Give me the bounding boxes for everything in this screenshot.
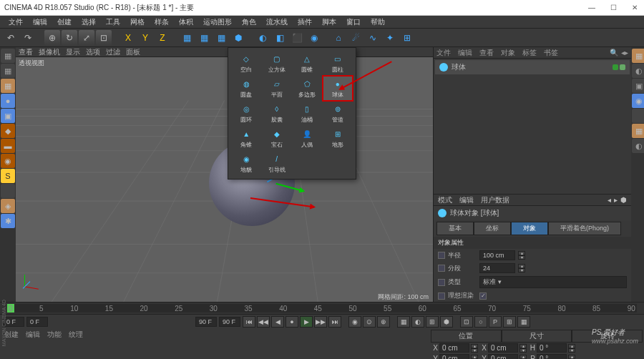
toolbar-btn-19[interactable]: ⬛ (289, 30, 305, 46)
pos-Y-field[interactable]: 0 cm (439, 354, 469, 359)
menu-文件[interactable]: 文件 (4, 16, 27, 28)
primitive-空白[interactable]: ◇空白 (231, 51, 262, 76)
transport-btn-0[interactable]: ⏮ (243, 316, 255, 328)
toolbar-btn-4[interactable]: ↻ (62, 30, 77, 46)
primitive-管道[interactable]: ⊚管道 (323, 101, 353, 126)
toolbar-btn-1[interactable]: ↷ (20, 30, 36, 46)
right-tool-5[interactable]: ▦ (632, 124, 644, 138)
right-tool-6[interactable]: ◐ (632, 139, 644, 153)
toolbar-btn-18[interactable]: ◧ (272, 30, 288, 46)
viewport[interactable]: 查看摄像机显示选项过滤面板 透视视图 (16, 47, 433, 302)
attr-menu-模式[interactable]: 模式 (438, 195, 452, 205)
transport-btn-6[interactable]: ⏭ (328, 316, 341, 328)
toolbar-btn-26[interactable]: ⊞ (399, 30, 415, 46)
transport-btn-14[interactable]: ⊞ (426, 316, 439, 328)
rot-X-field[interactable]: 0 ° (537, 343, 567, 353)
transport-btn-1[interactable]: ◀◀ (257, 316, 270, 328)
toolbar-btn-24[interactable]: ∿ (365, 30, 381, 46)
attr-menu-用户数据[interactable]: 用户数据 (481, 195, 509, 205)
prop-enable-checkbox[interactable] (438, 265, 445, 272)
right-tool-0[interactable]: ▦ (632, 49, 644, 63)
objmgr-menu-查看[interactable]: 查看 (479, 48, 494, 58)
left-tool-3[interactable]: ● (1, 94, 15, 108)
prop-enable-checkbox[interactable] (438, 279, 445, 286)
left-tool-10[interactable]: ◈ (1, 199, 15, 213)
left-tool-6[interactable]: ▬ (1, 139, 15, 153)
right-tool-4[interactable] (632, 109, 644, 123)
spin-down-icon[interactable]: ▾ (518, 268, 525, 272)
primitive-人偶[interactable]: 👤人偶 (292, 126, 323, 151)
view-menu-查看[interactable]: 查看 (19, 47, 33, 57)
primitive-圆盘[interactable]: ◍圆盘 (231, 76, 262, 101)
left-tool-11[interactable]: ✱ (1, 214, 15, 228)
transport-btn-10[interactable]: ⊕ (377, 316, 390, 328)
search-icon[interactable]: 🔍 (610, 49, 618, 56)
toolbar-btn-17[interactable]: ◐ (255, 30, 270, 46)
right-tool-2[interactable]: ▣ (632, 79, 644, 93)
rot-Y-field[interactable]: 0 ° (537, 354, 567, 359)
attr-tab-坐标[interactable]: 坐标 (474, 222, 511, 235)
prop-enable-checkbox[interactable] (438, 292, 445, 300)
view-menu-过滤[interactable]: 过滤 (106, 47, 120, 57)
toolbar-btn-15[interactable]: ⬢ (230, 30, 246, 46)
menu-网格[interactable]: 网格 (126, 16, 149, 28)
menu-帮助[interactable]: 帮助 (366, 16, 389, 28)
timeline[interactable]: 051015202530354045505560657075808590 (0, 303, 644, 314)
left-tool-2[interactable]: ▦ (1, 79, 15, 93)
transport-btn-8[interactable]: ◉ (348, 316, 361, 328)
menu-脚本[interactable]: 脚本 (318, 16, 341, 28)
nav-fwd-icon[interactable]: ▸ (614, 196, 618, 204)
material-menu-编辑[interactable]: 编辑 (26, 330, 40, 340)
arrow-icon[interactable]: ◂▸ (621, 49, 628, 56)
toolbar-btn-5[interactable]: ⤢ (79, 30, 94, 46)
primitive-立方体[interactable]: ▢立方体 (262, 51, 293, 76)
close-button[interactable]: ✕ (630, 4, 640, 11)
transport-btn-18[interactable]: ○ (474, 316, 487, 328)
primitive-角锥[interactable]: ▲角锥 (231, 126, 262, 151)
menu-样条[interactable]: 样条 (150, 16, 173, 28)
right-tool-1[interactable]: ◐ (632, 64, 644, 78)
primitive-平面[interactable]: ▱平面 (262, 76, 293, 101)
toolbar-btn-14[interactable]: ▦ (213, 30, 229, 46)
toolbar-btn-13[interactable]: ▦ (196, 30, 212, 46)
material-menu-功能[interactable]: 功能 (47, 330, 62, 340)
primitive-引导线[interactable]: /引导线 (262, 151, 293, 176)
transport-btn-13[interactable]: ◐ (411, 316, 424, 328)
toolbar-btn-6[interactable]: ⊡ (96, 30, 112, 46)
transport-btn-20[interactable]: ⊞ (503, 316, 516, 328)
prop-enable-checkbox[interactable] (438, 252, 445, 259)
primitive-胶囊[interactable]: ◊胶囊 (262, 101, 293, 126)
transport-btn-9[interactable]: ⊙ (363, 316, 376, 328)
primitive-圆环[interactable]: ◎圆环 (231, 101, 262, 126)
view-menu-显示[interactable]: 显示 (66, 47, 80, 57)
menu-流水线[interactable]: 流水线 (262, 16, 292, 28)
transport-btn-15[interactable]: ⬢ (440, 316, 453, 328)
left-tool-8[interactable]: S (1, 169, 15, 183)
current-frame-field[interactable]: 0 F (26, 317, 48, 327)
left-tool-7[interactable]: ◉ (1, 154, 15, 168)
prop-checkbox[interactable]: ✓ (479, 292, 487, 300)
minimize-button[interactable]: — (587, 4, 597, 11)
material-menu-创建[interactable]: 创建 (4, 330, 19, 340)
menu-窗口[interactable]: 窗口 (342, 16, 365, 28)
material-menu-纹理[interactable]: 纹理 (69, 330, 83, 340)
maximize-button[interactable]: ☐ (608, 4, 618, 11)
transport-btn-17[interactable]: ⊡ (460, 316, 473, 328)
attr-tab-平滑着色(Phong)[interactable]: 平滑着色(Phong) (548, 222, 621, 235)
visibility-dot-icon[interactable] (613, 64, 618, 70)
end-frame-field[interactable]: 90 F (195, 317, 217, 327)
menu-角色[interactable]: 角色 (238, 16, 260, 28)
nav-back-icon[interactable]: ◂ (608, 196, 611, 204)
transport-btn-19[interactable]: P (489, 316, 502, 328)
toolbar-btn-12[interactable]: ▦ (179, 30, 195, 46)
prop-select[interactable]: 标准 ▾ (479, 276, 627, 288)
spin-down-icon[interactable]: ▾ (518, 255, 525, 260)
prop-value-field[interactable]: 24 (479, 263, 515, 273)
transport-btn-3[interactable]: ● (286, 316, 298, 328)
render-dot-icon[interactable] (620, 64, 625, 70)
size-Y-field[interactable]: 0 cm (488, 354, 518, 359)
view-menu-摄像机[interactable]: 摄像机 (39, 47, 60, 57)
size-X-field[interactable]: 0 cm (488, 343, 518, 353)
view-menu-选项[interactable]: 选项 (86, 47, 100, 57)
view-menu-面板[interactable]: 面板 (126, 47, 140, 57)
